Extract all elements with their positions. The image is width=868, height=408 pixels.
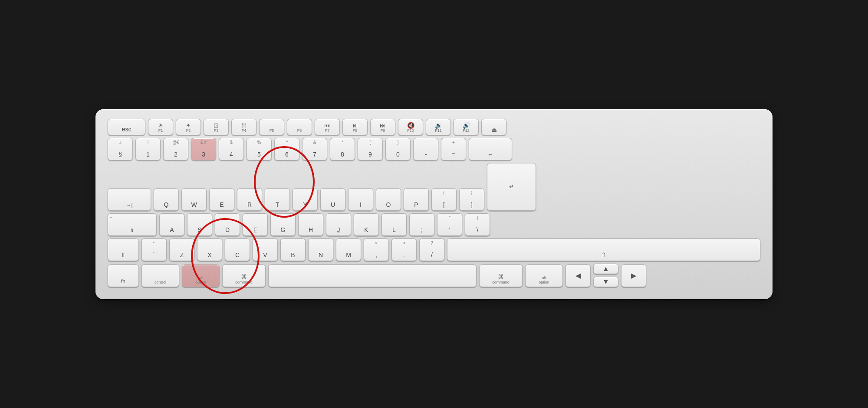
key-f10[interactable]: 🔇 F10: [398, 119, 423, 135]
key-space[interactable]: [268, 264, 477, 287]
key-j[interactable]: J —: [326, 213, 351, 236]
key-o[interactable]: O: [376, 188, 401, 211]
key-0-top: ): [397, 140, 398, 145]
key-8[interactable]: * 8: [330, 138, 355, 160]
key-3-top: £ #: [201, 140, 207, 145]
key-arrow-down[interactable]: ▼: [593, 277, 618, 287]
key-rshift[interactable]: ⇧: [447, 238, 760, 261]
key-arrow-up[interactable]: ▲: [593, 264, 618, 274]
key-f5[interactable]: F5: [259, 119, 284, 135]
key-9[interactable]: ( 9: [358, 138, 383, 160]
key-g-label: G: [281, 226, 286, 234]
key-f9[interactable]: ⏭ F9: [370, 119, 395, 135]
key-k-label: K: [364, 226, 368, 234]
key-slash-label: /: [431, 251, 433, 259]
key-f12[interactable]: 🔊 F12: [454, 119, 479, 135]
key-u[interactable]: U: [320, 188, 345, 211]
key-option-left[interactable]: alt option: [182, 264, 220, 287]
key-f8[interactable]: ⏯ F8: [342, 119, 368, 135]
key-return[interactable]: ↵: [487, 163, 536, 211]
key-0[interactable]: ) 0: [385, 138, 411, 160]
key-option-right[interactable]: alt option: [525, 264, 563, 287]
key-semicolon[interactable]: : ;: [409, 213, 434, 236]
key-comma[interactable]: < ,: [364, 238, 389, 261]
key-z[interactable]: Z: [169, 238, 194, 261]
key-rbracket[interactable]: } ]: [459, 188, 484, 211]
key-esc-label: esc: [122, 126, 132, 133]
key-h[interactable]: H: [298, 213, 323, 236]
key-minus[interactable]: – -: [413, 138, 438, 160]
key-d-label: D: [225, 226, 230, 234]
key-1[interactable]: ! 1: [135, 138, 161, 160]
key-esc[interactable]: esc: [108, 119, 145, 135]
key-backspace[interactable]: ←: [469, 138, 512, 160]
key-f7[interactable]: ⏮ F7: [315, 119, 340, 135]
key-i-label: I: [360, 201, 362, 209]
key-f[interactable]: F —: [243, 213, 268, 236]
key-y[interactable]: Y: [293, 188, 318, 211]
key-command-left[interactable]: ⌘ command: [222, 264, 266, 287]
key-q[interactable]: Q: [154, 188, 179, 211]
key-f3[interactable]: ⊡ F3: [204, 119, 229, 135]
key-6[interactable]: ^ 6: [274, 138, 299, 160]
keyboard-rows: esc ☀ F1 ✦ F2 ⊡ F3 ⁞⁞⁞ F4 F5 F6: [108, 119, 760, 287]
key-b[interactable]: B: [280, 238, 306, 261]
key-grave[interactable]: ~ `: [141, 238, 167, 261]
key-section[interactable]: ± §: [108, 138, 133, 160]
key-s[interactable]: S: [187, 213, 212, 236]
key-k[interactable]: K: [354, 213, 379, 236]
key-4[interactable]: $ 4: [219, 138, 244, 160]
key-e[interactable]: E: [209, 188, 234, 211]
key-arrow-left[interactable]: ◀: [566, 264, 591, 287]
key-p[interactable]: P: [404, 188, 429, 211]
key-r[interactable]: R: [237, 188, 262, 211]
key-equals[interactable]: + =: [441, 138, 466, 160]
key-arrow-right[interactable]: ▶: [621, 264, 646, 287]
key-f6[interactable]: F6: [287, 119, 312, 135]
key-control[interactable]: control: [141, 264, 179, 287]
key-rbracket-top: }: [471, 190, 472, 195]
key-t[interactable]: T: [265, 188, 290, 211]
key-f1[interactable]: ☀ F1: [148, 119, 173, 135]
key-d[interactable]: D: [215, 213, 240, 236]
key-i[interactable]: I: [348, 188, 373, 211]
key-fn[interactable]: fn: [108, 264, 139, 287]
key-backslash[interactable]: | \: [465, 213, 490, 236]
key-minus-top: –: [424, 140, 427, 145]
key-w[interactable]: W: [181, 188, 207, 211]
key-f2-icon: ✦: [186, 122, 191, 129]
key-capslock[interactable]: • ⇪: [108, 213, 157, 236]
key-c[interactable]: C: [225, 238, 250, 261]
key-g[interactable]: G: [270, 213, 296, 236]
key-v[interactable]: V: [253, 238, 278, 261]
key-quote[interactable]: " ': [437, 213, 462, 236]
key-3[interactable]: £ # 3: [191, 138, 216, 160]
key-lbracket-label: [: [443, 201, 445, 209]
key-lshift[interactable]: ⇧: [108, 238, 139, 261]
key-n[interactable]: N: [308, 238, 333, 261]
key-7[interactable]: & 7: [302, 138, 327, 160]
key-2[interactable]: @€ 2: [163, 138, 188, 160]
key-grave-top: ~: [153, 241, 155, 245]
key-command-right[interactable]: ⌘ command: [479, 264, 523, 287]
key-lbracket-top: {: [443, 190, 444, 195]
key-f2[interactable]: ✦ F2: [176, 119, 201, 135]
key-a[interactable]: A: [159, 213, 184, 236]
key-comma-top: <: [375, 241, 378, 245]
key-2-top: @€: [172, 140, 179, 145]
key-x[interactable]: X: [197, 238, 222, 261]
key-z-label: Z: [180, 251, 184, 259]
key-5[interactable]: % 5: [247, 138, 272, 160]
key-f11[interactable]: 🔉 F11: [426, 119, 451, 135]
key-f4[interactable]: ⁞⁞⁞ F4: [231, 119, 256, 135]
key-slash[interactable]: ? /: [419, 238, 444, 261]
key-6-top: ^: [286, 140, 288, 145]
key-lbracket[interactable]: { [: [431, 188, 457, 211]
key-tab[interactable]: →|: [108, 188, 151, 211]
key-eject[interactable]: ⏏: [481, 119, 506, 135]
key-period[interactable]: > .: [391, 238, 417, 261]
shift-row: ⇧ ~ ` Z X C V B: [108, 238, 760, 261]
key-cmd-right-icon: ⌘: [498, 274, 504, 280]
key-l[interactable]: L: [381, 213, 407, 236]
key-m[interactable]: M: [336, 238, 361, 261]
